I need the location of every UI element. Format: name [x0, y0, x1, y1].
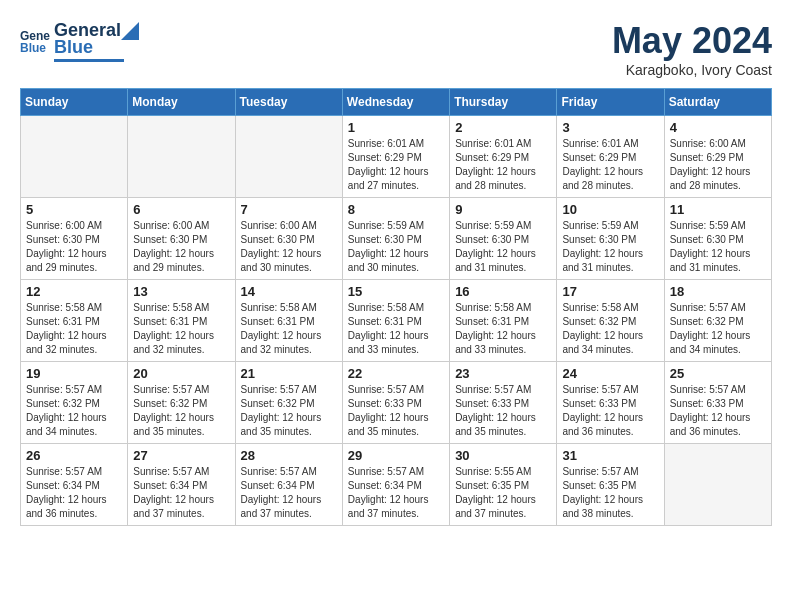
cell-day-number: 16 [455, 284, 551, 299]
calendar-cell [235, 116, 342, 198]
calendar-cell [21, 116, 128, 198]
calendar-cell: 9Sunrise: 5:59 AMSunset: 6:30 PMDaylight… [450, 198, 557, 280]
cell-sun-info: Sunrise: 6:01 AMSunset: 6:29 PMDaylight:… [562, 137, 658, 193]
calendar-cell: 21Sunrise: 5:57 AMSunset: 6:32 PMDayligh… [235, 362, 342, 444]
cell-sun-info: Sunrise: 5:57 AMSunset: 6:33 PMDaylight:… [670, 383, 766, 439]
cell-day-number: 30 [455, 448, 551, 463]
cell-sun-info: Sunrise: 6:00 AMSunset: 6:30 PMDaylight:… [26, 219, 122, 275]
cell-day-number: 21 [241, 366, 337, 381]
calendar-cell: 7Sunrise: 6:00 AMSunset: 6:30 PMDaylight… [235, 198, 342, 280]
calendar-cell: 18Sunrise: 5:57 AMSunset: 6:32 PMDayligh… [664, 280, 771, 362]
calendar-table: SundayMondayTuesdayWednesdayThursdayFrid… [20, 88, 772, 526]
cell-day-number: 22 [348, 366, 444, 381]
page-header: General Blue General Blue May 2024 Karag… [20, 20, 772, 78]
cell-day-number: 4 [670, 120, 766, 135]
calendar-cell: 14Sunrise: 5:58 AMSunset: 6:31 PMDayligh… [235, 280, 342, 362]
cell-day-number: 28 [241, 448, 337, 463]
cell-sun-info: Sunrise: 5:57 AMSunset: 6:34 PMDaylight:… [133, 465, 229, 521]
calendar-cell: 28Sunrise: 5:57 AMSunset: 6:34 PMDayligh… [235, 444, 342, 526]
cell-day-number: 11 [670, 202, 766, 217]
calendar-body: 1Sunrise: 6:01 AMSunset: 6:29 PMDaylight… [21, 116, 772, 526]
cell-sun-info: Sunrise: 5:57 AMSunset: 6:32 PMDaylight:… [133, 383, 229, 439]
cell-sun-info: Sunrise: 5:59 AMSunset: 6:30 PMDaylight:… [348, 219, 444, 275]
calendar-cell: 13Sunrise: 5:58 AMSunset: 6:31 PMDayligh… [128, 280, 235, 362]
cell-sun-info: Sunrise: 5:58 AMSunset: 6:31 PMDaylight:… [241, 301, 337, 357]
cell-day-number: 15 [348, 284, 444, 299]
calendar-header: SundayMondayTuesdayWednesdayThursdayFrid… [21, 89, 772, 116]
cell-day-number: 7 [241, 202, 337, 217]
blue-arrow-icon [121, 22, 139, 40]
svg-marker-3 [121, 22, 139, 40]
cell-day-number: 2 [455, 120, 551, 135]
cell-sun-info: Sunrise: 5:55 AMSunset: 6:35 PMDaylight:… [455, 465, 551, 521]
weekday-header-row: SundayMondayTuesdayWednesdayThursdayFrid… [21, 89, 772, 116]
cell-day-number: 20 [133, 366, 229, 381]
cell-day-number: 10 [562, 202, 658, 217]
cell-sun-info: Sunrise: 5:57 AMSunset: 6:33 PMDaylight:… [348, 383, 444, 439]
month-title: May 2024 [612, 20, 772, 62]
weekday-header-sunday: Sunday [21, 89, 128, 116]
calendar-cell [128, 116, 235, 198]
calendar-cell: 6Sunrise: 6:00 AMSunset: 6:30 PMDaylight… [128, 198, 235, 280]
calendar-cell: 3Sunrise: 6:01 AMSunset: 6:29 PMDaylight… [557, 116, 664, 198]
cell-sun-info: Sunrise: 5:59 AMSunset: 6:30 PMDaylight:… [670, 219, 766, 275]
cell-sun-info: Sunrise: 6:00 AMSunset: 6:29 PMDaylight:… [670, 137, 766, 193]
calendar-week-4: 19Sunrise: 5:57 AMSunset: 6:32 PMDayligh… [21, 362, 772, 444]
cell-sun-info: Sunrise: 5:58 AMSunset: 6:31 PMDaylight:… [26, 301, 122, 357]
cell-sun-info: Sunrise: 6:01 AMSunset: 6:29 PMDaylight:… [348, 137, 444, 193]
cell-sun-info: Sunrise: 5:57 AMSunset: 6:33 PMDaylight:… [562, 383, 658, 439]
calendar-cell: 11Sunrise: 5:59 AMSunset: 6:30 PMDayligh… [664, 198, 771, 280]
calendar-cell: 23Sunrise: 5:57 AMSunset: 6:33 PMDayligh… [450, 362, 557, 444]
weekday-header-wednesday: Wednesday [342, 89, 449, 116]
cell-day-number: 5 [26, 202, 122, 217]
cell-sun-info: Sunrise: 5:58 AMSunset: 6:31 PMDaylight:… [133, 301, 229, 357]
calendar-cell: 5Sunrise: 6:00 AMSunset: 6:30 PMDaylight… [21, 198, 128, 280]
cell-day-number: 3 [562, 120, 658, 135]
cell-day-number: 26 [26, 448, 122, 463]
cell-day-number: 9 [455, 202, 551, 217]
svg-text:Blue: Blue [20, 41, 46, 55]
calendar-week-2: 5Sunrise: 6:00 AMSunset: 6:30 PMDaylight… [21, 198, 772, 280]
calendar-cell: 29Sunrise: 5:57 AMSunset: 6:34 PMDayligh… [342, 444, 449, 526]
calendar-week-3: 12Sunrise: 5:58 AMSunset: 6:31 PMDayligh… [21, 280, 772, 362]
calendar-cell: 10Sunrise: 5:59 AMSunset: 6:30 PMDayligh… [557, 198, 664, 280]
logo: General Blue General Blue [20, 20, 139, 62]
calendar-week-5: 26Sunrise: 5:57 AMSunset: 6:34 PMDayligh… [21, 444, 772, 526]
calendar-cell: 24Sunrise: 5:57 AMSunset: 6:33 PMDayligh… [557, 362, 664, 444]
cell-day-number: 23 [455, 366, 551, 381]
cell-sun-info: Sunrise: 5:57 AMSunset: 6:33 PMDaylight:… [455, 383, 551, 439]
calendar-cell: 16Sunrise: 5:58 AMSunset: 6:31 PMDayligh… [450, 280, 557, 362]
cell-day-number: 8 [348, 202, 444, 217]
cell-sun-info: Sunrise: 5:58 AMSunset: 6:32 PMDaylight:… [562, 301, 658, 357]
weekday-header-monday: Monday [128, 89, 235, 116]
weekday-header-thursday: Thursday [450, 89, 557, 116]
calendar-cell: 1Sunrise: 6:01 AMSunset: 6:29 PMDaylight… [342, 116, 449, 198]
cell-sun-info: Sunrise: 5:57 AMSunset: 6:32 PMDaylight:… [670, 301, 766, 357]
cell-sun-info: Sunrise: 6:00 AMSunset: 6:30 PMDaylight:… [241, 219, 337, 275]
calendar-cell: 31Sunrise: 5:57 AMSunset: 6:35 PMDayligh… [557, 444, 664, 526]
calendar-cell: 20Sunrise: 5:57 AMSunset: 6:32 PMDayligh… [128, 362, 235, 444]
cell-sun-info: Sunrise: 5:59 AMSunset: 6:30 PMDaylight:… [455, 219, 551, 275]
cell-day-number: 29 [348, 448, 444, 463]
calendar-cell: 22Sunrise: 5:57 AMSunset: 6:33 PMDayligh… [342, 362, 449, 444]
cell-day-number: 14 [241, 284, 337, 299]
cell-day-number: 12 [26, 284, 122, 299]
cell-sun-info: Sunrise: 5:59 AMSunset: 6:30 PMDaylight:… [562, 219, 658, 275]
calendar-cell: 4Sunrise: 6:00 AMSunset: 6:29 PMDaylight… [664, 116, 771, 198]
logo-icon: General Blue [20, 26, 50, 56]
calendar-cell: 8Sunrise: 5:59 AMSunset: 6:30 PMDaylight… [342, 198, 449, 280]
calendar-cell: 2Sunrise: 6:01 AMSunset: 6:29 PMDaylight… [450, 116, 557, 198]
cell-sun-info: Sunrise: 5:57 AMSunset: 6:34 PMDaylight:… [348, 465, 444, 521]
cell-sun-info: Sunrise: 5:57 AMSunset: 6:32 PMDaylight:… [26, 383, 122, 439]
cell-day-number: 1 [348, 120, 444, 135]
weekday-header-friday: Friday [557, 89, 664, 116]
calendar-cell: 12Sunrise: 5:58 AMSunset: 6:31 PMDayligh… [21, 280, 128, 362]
cell-day-number: 18 [670, 284, 766, 299]
calendar-week-1: 1Sunrise: 6:01 AMSunset: 6:29 PMDaylight… [21, 116, 772, 198]
title-area: May 2024 Karagboko, Ivory Coast [612, 20, 772, 78]
cell-day-number: 27 [133, 448, 229, 463]
calendar-cell: 25Sunrise: 5:57 AMSunset: 6:33 PMDayligh… [664, 362, 771, 444]
cell-sun-info: Sunrise: 5:58 AMSunset: 6:31 PMDaylight:… [455, 301, 551, 357]
logo-underline [54, 59, 124, 62]
cell-day-number: 17 [562, 284, 658, 299]
